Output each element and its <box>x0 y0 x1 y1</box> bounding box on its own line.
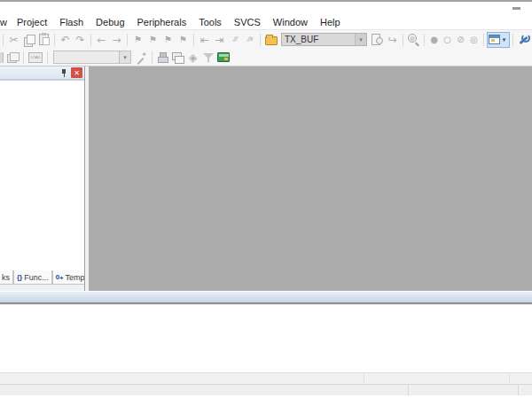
output-panel-titlebar[interactable] <box>0 291 532 304</box>
dock-filler <box>0 285 84 291</box>
menu-item-project[interactable]: Project <box>11 15 53 29</box>
batch-build-button[interactable] <box>5 50 20 66</box>
undo-icon: ↶ <box>60 35 69 45</box>
menu-item-clipped[interactable]: w <box>0 15 11 29</box>
mdi-background <box>89 66 532 291</box>
menu-item-debug[interactable]: Debug <box>90 15 130 29</box>
menu-item-peripherals[interactable]: Peripherals <box>131 15 193 29</box>
close-icon[interactable]: ✕ <box>71 67 82 78</box>
disable-all-breakpoints-button[interactable]: ⊘ <box>454 32 467 48</box>
toolbar-separator <box>23 51 24 64</box>
comment-button[interactable]: /// <box>227 32 242 48</box>
indent-button[interactable]: ⇥ <box>212 32 227 48</box>
menu-item-help[interactable]: Help <box>314 15 347 29</box>
toolbar-separator <box>90 34 91 46</box>
build-toolbar: LOAD ▾ ✦ ◈ <box>0 49 532 66</box>
tab-functions[interactable]: {} Func... <box>13 270 52 285</box>
search-document-button[interactable] <box>370 32 385 48</box>
tab-functions-icon: {} <box>17 273 22 281</box>
breakpoint-kill-icon: ◎ <box>470 35 478 44</box>
configuration-button[interactable] <box>516 32 531 48</box>
tab-functions-label: Func... <box>24 273 49 282</box>
title-strip <box>0 0 532 15</box>
redo-button[interactable]: ↷ <box>73 32 88 48</box>
magic-wand-icon: ✦ <box>136 51 147 63</box>
uncomment-button[interactable]: //x <box>242 32 257 48</box>
enable-breakpoint-button[interactable]: ○ <box>441 32 454 48</box>
pack-installer-icon <box>217 52 230 62</box>
pack-installer-button[interactable] <box>215 50 231 66</box>
unindent-button[interactable]: ⇤ <box>197 32 212 48</box>
symbol-input[interactable] <box>282 34 355 45</box>
kill-all-breakpoints-button[interactable]: ◎ <box>467 32 481 48</box>
scrollbar-divider <box>364 374 364 383</box>
curved-arrow-icon: ↪ <box>387 35 396 45</box>
window-cascade-button[interactable] <box>170 50 185 66</box>
symbol-search-button[interactable]: @ <box>406 32 421 48</box>
options-for-target-button[interactable]: ✦ <box>134 50 149 66</box>
target-combobox: ▾ <box>53 51 131 64</box>
navigate-forward-button[interactable]: → <box>109 32 124 48</box>
output-scrollbar[interactable] <box>0 372 532 384</box>
at-magnifier-icon: @ <box>408 34 419 45</box>
scrollbar-divider <box>509 374 510 383</box>
toolbar-separator <box>193 34 194 46</box>
toggle-bookmark-button[interactable]: ⚑ <box>130 32 145 48</box>
toolbar-separator <box>54 34 55 46</box>
previous-bookmark-button[interactable]: ⚑ <box>145 32 160 48</box>
status-section-right <box>519 385 532 395</box>
menu-item-window[interactable]: Window <box>267 15 314 29</box>
find-in-files-button[interactable] <box>263 32 278 48</box>
breakpoint-filled-icon: ● <box>430 35 438 44</box>
project-panel-titlebar[interactable]: ✕ <box>0 66 84 80</box>
build-output-area <box>0 305 532 372</box>
tab-templates[interactable]: 0₊ Temp... <box>52 270 84 285</box>
chevron-down-icon[interactable]: ▾ <box>355 34 366 45</box>
undo-button[interactable]: ↶ <box>58 32 73 48</box>
pin-icon[interactable] <box>60 68 67 77</box>
comment-icon: /// <box>232 36 236 43</box>
menu-item-flash[interactable]: Flash <box>53 15 90 29</box>
cut-icon: ✂ <box>9 35 18 45</box>
flash-load-icon: LOAD <box>28 52 43 63</box>
next-bookmark-button[interactable]: ⚑ <box>160 32 176 48</box>
menu-item-svcs[interactable]: SVCS <box>228 15 267 29</box>
tab-templates-icon: 0₊ <box>56 273 64 281</box>
tab-books[interactable]: ks <box>0 270 13 285</box>
manage-rte-button[interactable]: ◈ <box>185 50 200 66</box>
navigate-back-button[interactable]: ← <box>94 32 109 48</box>
copy-button[interactable] <box>21 32 36 48</box>
select-software-packs-button[interactable] <box>200 50 215 66</box>
project-panel: ✕ ks {} Func... 0₊ Temp... <box>0 66 85 291</box>
menu-bar: w Project Flash Debug Peripherals Tools … <box>0 15 532 29</box>
minimize-icon[interactable] <box>512 7 520 10</box>
grab-hand-button[interactable]: ↪ <box>385 32 400 48</box>
toggle-breakpoint-button[interactable]: ● <box>427 32 441 48</box>
tab-books-label: ks <box>2 273 10 282</box>
chevron-down-icon[interactable]: ▾ <box>119 51 130 63</box>
clipped-toolbar-button[interactable] <box>0 52 4 63</box>
uvision-window: w Project Flash Debug Peripherals Tools … <box>0 0 532 399</box>
chevron-down-icon[interactable]: ▾ <box>500 36 508 43</box>
cut-button[interactable]: ✂ <box>6 32 21 48</box>
project-workspace-column: ✕ ks {} Func... 0₊ Temp... <box>0 66 89 291</box>
paste-button[interactable] <box>36 32 51 48</box>
toolbar-separator <box>47 51 48 64</box>
menu-item-tools[interactable]: Tools <box>192 15 228 29</box>
window-layout-button[interactable]: ▾ <box>487 32 510 48</box>
bookmark-icon: ⚑ <box>164 35 172 44</box>
dock-area: ✕ ks {} Func... 0₊ Temp... <box>0 66 532 291</box>
target-input[interactable] <box>54 51 119 63</box>
bookmark-icon: ⚑ <box>149 35 157 44</box>
manage-project-items-button[interactable] <box>155 50 170 66</box>
cascade-windows-icon <box>172 52 184 62</box>
arrow-right-icon: → <box>112 35 121 45</box>
status-bar <box>0 384 532 395</box>
redo-icon: ↷ <box>75 35 84 45</box>
bookmark-icon: ⚑ <box>179 35 187 44</box>
download-button[interactable]: LOAD <box>27 50 44 66</box>
toolbar-separator <box>403 34 403 46</box>
paste-icon <box>39 34 49 45</box>
clear-bookmarks-button[interactable]: ⚑ <box>176 32 191 48</box>
project-items-icon <box>158 52 168 62</box>
